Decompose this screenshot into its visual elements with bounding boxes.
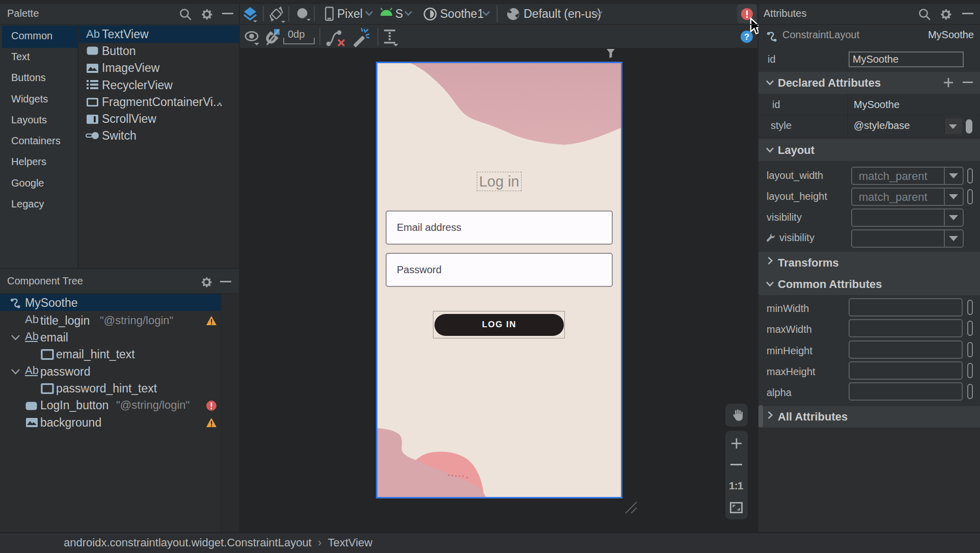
- svg-text:?: ?: [744, 32, 749, 42]
